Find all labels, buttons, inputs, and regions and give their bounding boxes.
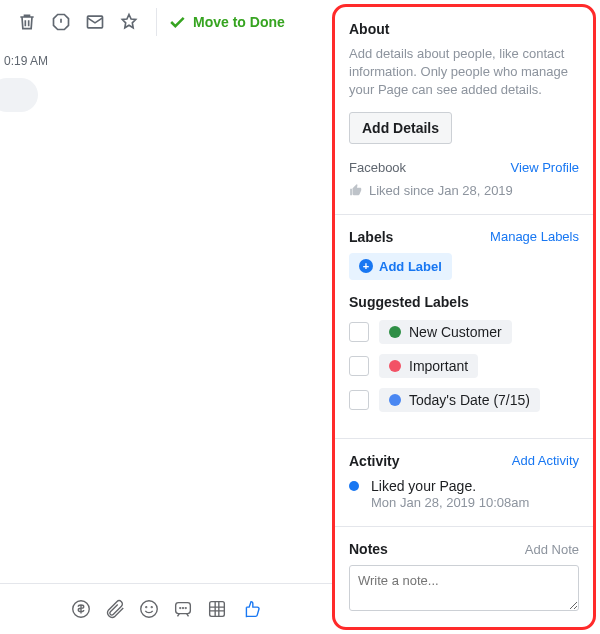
- activity-time: Mon Jan 28, 2019 10:08am: [371, 495, 529, 510]
- message-timestamp: 0:19 AM: [0, 44, 332, 78]
- svg-point-3: [146, 607, 147, 608]
- label-name: Today's Date (7/15): [409, 392, 530, 408]
- suggested-label-row: Today's Date (7/15): [349, 388, 579, 412]
- saved-replies-icon[interactable]: [172, 598, 194, 620]
- move-to-done-button[interactable]: Move to Done: [167, 12, 285, 32]
- trash-icon[interactable]: [10, 5, 44, 39]
- svg-rect-9: [210, 602, 225, 617]
- activity-section: Activity Add Activity Liked your Page. M…: [335, 439, 593, 528]
- add-label-text: Add Label: [379, 259, 442, 274]
- suggested-label-row: Important: [349, 354, 579, 378]
- activity-text: Liked your Page.: [371, 477, 529, 496]
- notes-title: Notes: [349, 541, 388, 557]
- conversation-area: 0:19 AM: [0, 44, 332, 634]
- activity-title: Activity: [349, 453, 400, 469]
- emoji-icon[interactable]: [138, 598, 160, 620]
- labels-title: Labels: [349, 229, 393, 245]
- svg-point-4: [151, 607, 152, 608]
- grid-icon[interactable]: [206, 598, 228, 620]
- like-icon[interactable]: [240, 598, 262, 620]
- about-description: Add details about people, like contact i…: [349, 45, 579, 100]
- svg-point-8: [185, 608, 186, 609]
- label-dot: [389, 360, 401, 372]
- label-chip[interactable]: Important: [379, 354, 478, 378]
- plus-icon: +: [359, 259, 373, 273]
- thumb-icon: [349, 183, 363, 197]
- message-bubble[interactable]: [0, 78, 38, 112]
- label-chip[interactable]: New Customer: [379, 320, 512, 344]
- about-source: Facebook: [349, 160, 406, 175]
- payment-icon[interactable]: [70, 598, 92, 620]
- about-title: About: [349, 21, 389, 37]
- liked-since: Liked since Jan 28, 2019: [369, 183, 513, 198]
- move-to-done-label: Move to Done: [193, 14, 285, 30]
- label-dot: [389, 326, 401, 338]
- label-dot: [389, 394, 401, 406]
- add-note-link[interactable]: Add Note: [525, 542, 579, 557]
- svg-point-6: [180, 608, 181, 609]
- about-section: About Add details about people, like con…: [335, 7, 593, 215]
- label-checkbox[interactable]: [349, 356, 369, 376]
- label-checkbox[interactable]: [349, 322, 369, 342]
- details-panel: About Add details about people, like con…: [332, 4, 596, 630]
- note-input[interactable]: [349, 565, 579, 611]
- manage-labels-link[interactable]: Manage Labels: [490, 229, 579, 244]
- star-icon[interactable]: [112, 5, 146, 39]
- label-checkbox[interactable]: [349, 390, 369, 410]
- suggested-labels-heading: Suggested Labels: [349, 294, 579, 310]
- add-activity-link[interactable]: Add Activity: [512, 453, 579, 468]
- activity-dot-icon: [349, 481, 359, 491]
- composer-toolbar: [0, 583, 332, 634]
- activity-item: Liked your Page. Mon Jan 28, 2019 10:08a…: [349, 477, 579, 511]
- notes-section: Notes Add Note: [335, 527, 593, 627]
- attachment-icon[interactable]: [104, 598, 126, 620]
- spam-icon[interactable]: [44, 5, 78, 39]
- svg-point-2: [141, 601, 158, 618]
- label-name: Important: [409, 358, 468, 374]
- suggested-label-row: New Customer: [349, 320, 579, 344]
- view-profile-link[interactable]: View Profile: [511, 160, 579, 175]
- add-label-button[interactable]: + Add Label: [349, 253, 452, 280]
- label-name: New Customer: [409, 324, 502, 340]
- mail-icon[interactable]: [78, 5, 112, 39]
- labels-section: Labels Manage Labels + Add Label Suggest…: [335, 215, 593, 439]
- label-chip[interactable]: Today's Date (7/15): [379, 388, 540, 412]
- svg-point-7: [183, 608, 184, 609]
- divider: [156, 8, 157, 36]
- add-details-button[interactable]: Add Details: [349, 112, 452, 144]
